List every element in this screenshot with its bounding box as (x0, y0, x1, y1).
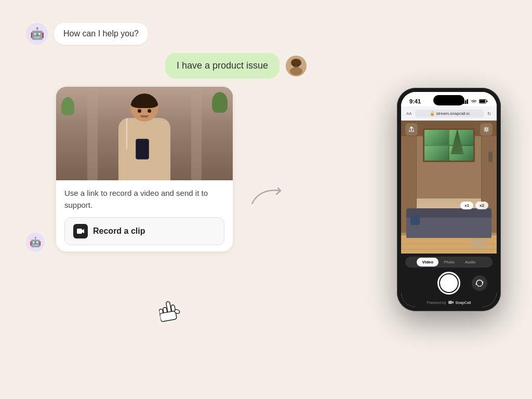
zoom-x2-label: x2 (480, 203, 484, 208)
settings-icon[interactable] (480, 123, 493, 136)
svg-point-4 (298, 63, 299, 65)
couch-pillow (410, 216, 420, 225)
lock-icon: 🔒 (430, 111, 435, 116)
camera-action-bar (405, 123, 493, 136)
phone-screen: 9:41 (401, 92, 497, 307)
status-icons (461, 99, 488, 104)
svg-rect-17 (467, 99, 469, 104)
svg-rect-6 (77, 229, 82, 234)
record-clip-button[interactable]: Record a clip (64, 217, 224, 245)
svg-marker-25 (452, 301, 454, 304)
cursor-hand-icon (157, 299, 183, 332)
capture-button[interactable] (437, 272, 460, 295)
phone-mockup: 9:41 (397, 88, 501, 311)
powered-by-text: Powered by (427, 301, 446, 304)
capture-button-inner (440, 274, 458, 292)
powered-by-bar: Powered by SnapCall (401, 298, 497, 307)
user-avatar (286, 56, 307, 76)
card-section: Use a link to record a video and send it… (26, 87, 307, 251)
record-clip-label: Record a clip (93, 227, 145, 236)
svg-rect-24 (448, 301, 452, 304)
svg-point-21 (485, 128, 487, 130)
card-description-text: Use a link to record a video and send it… (64, 188, 224, 211)
user-message-row: I have a product issue (26, 53, 307, 78)
capture-row (405, 272, 493, 295)
status-time: 9:41 (409, 98, 421, 104)
capture-modes-bar: Video Photo Audio (405, 257, 493, 268)
camera-controls: Video Photo Audio (401, 254, 497, 298)
mode-video-button[interactable]: Video (417, 258, 438, 267)
mode-video-label: Video (422, 260, 433, 264)
phone-mockup-container: 9:41 (397, 88, 501, 311)
arrow-indicator (249, 183, 291, 216)
svg-point-3 (294, 63, 295, 65)
mode-photo-label: Photo (444, 260, 455, 264)
browser-url-bar[interactable]: 🔒 stream.snapcall.io (415, 110, 484, 117)
share-icon[interactable] (405, 123, 418, 136)
snapcall-icon (73, 224, 88, 238)
chat-panel: 🤖 How can I help you? I have a product i… (21, 12, 312, 387)
bot-bubble: How can I help you? (54, 23, 148, 45)
zoom-x1-button[interactable]: x1 (460, 202, 473, 209)
svg-rect-16 (465, 100, 467, 104)
mode-audio-button[interactable]: Audio (460, 258, 481, 267)
room-background: x1 x2 (401, 121, 497, 254)
reload-icon[interactable]: ↻ (487, 111, 491, 116)
browser-aa-label: AA (406, 111, 412, 116)
card-body: Use a link to record a video and send it… (56, 180, 233, 251)
zoom-x2-button[interactable]: x2 (475, 202, 488, 209)
mode-photo-button[interactable]: Photo (438, 258, 460, 267)
user-bubble: I have a product issue (165, 53, 280, 78)
bot-greeting-text: How can I help you? (63, 29, 139, 38)
svg-marker-23 (475, 283, 477, 285)
svg-marker-7 (82, 229, 84, 233)
svg-rect-20 (487, 101, 488, 102)
card-image (56, 87, 233, 180)
user-message-text: I have a product issue (177, 60, 268, 71)
brand-name-label: SnapCall (456, 301, 471, 304)
bot-avatar: 🤖 (26, 23, 48, 45)
bot-greeting-row: 🤖 How can I help you? (26, 23, 307, 45)
window-pane-3 (424, 146, 448, 161)
svg-marker-22 (482, 282, 484, 283)
snapcall-logo-icon (448, 300, 454, 305)
dynamic-island (433, 95, 464, 105)
zoom-controls: x1 x2 (460, 202, 488, 209)
url-text: stream.snapcall.io (436, 111, 470, 116)
svg-point-5 (290, 67, 302, 75)
bot-avatar-card: 🤖 (26, 233, 45, 251)
room-couch (406, 215, 491, 238)
zoom-x1-label: x1 (464, 203, 469, 208)
svg-point-2 (291, 59, 301, 67)
mode-audio-label: Audio (465, 260, 475, 264)
flip-camera-button[interactable] (472, 275, 487, 291)
video-record-card: Use a link to record a video and send it… (56, 87, 233, 251)
coffee-table (471, 239, 486, 248)
camera-view: x1 x2 (401, 121, 497, 254)
browser-bar: AA 🔒 stream.snapcall.io ↻ (401, 107, 497, 121)
svg-rect-19 (480, 100, 485, 103)
